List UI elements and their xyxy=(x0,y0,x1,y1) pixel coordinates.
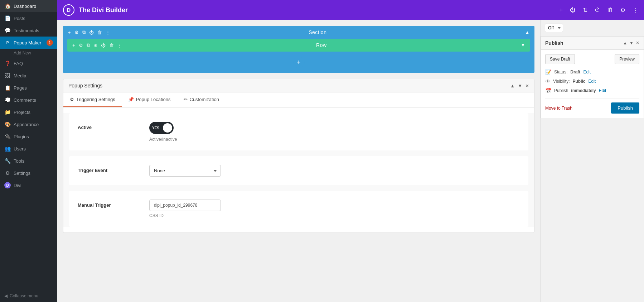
trigger-event-row: Trigger Event None Page Load Click Scrol… xyxy=(69,156,528,185)
section-collapse-icon[interactable]: ▲ xyxy=(525,30,529,35)
sidebar-item-projects[interactable]: 📁 Projects xyxy=(0,106,57,118)
tab-customization-label: Customization xyxy=(190,97,219,102)
sidebar-item-pages[interactable]: 📋 Pages xyxy=(0,82,57,94)
off-dropdown-area: Off On xyxy=(541,20,644,36)
status-edit-link[interactable]: Edit xyxy=(583,69,591,75)
main-area: D The Divi Builder + ⏻ ⇅ ⏱ 🗑 ⚙ ⋮ + ⚙ ⧉ xyxy=(57,0,644,302)
row-add-icon[interactable]: + xyxy=(72,43,75,48)
sidebar-item-label: Popup Maker xyxy=(14,40,41,45)
row-dots-icon[interactable]: ⋮ xyxy=(117,43,122,48)
projects-icon: 📁 xyxy=(4,109,11,115)
section-copy-icon[interactable]: ⧉ xyxy=(82,29,86,35)
section-power-icon[interactable]: ⏻ xyxy=(89,30,94,35)
sidebar-item-label: Appearance xyxy=(14,122,39,127)
toggle-wrapper: YES Active/Inactive xyxy=(149,122,520,142)
sidebar-item-testimonials[interactable]: 💬 Testimonials xyxy=(0,24,57,37)
section-dots-icon[interactable]: ⋮ xyxy=(106,30,110,35)
manual-trigger-label: Manual Trigger xyxy=(78,200,135,208)
popup-maker-badge: 1 xyxy=(47,39,53,46)
add-module-button[interactable]: + xyxy=(293,57,305,68)
history-icon[interactable]: ⏱ xyxy=(595,7,600,13)
settings-icon: ⚙ xyxy=(4,170,11,176)
row-power-icon[interactable]: ⏻ xyxy=(101,43,106,48)
customization-icon: ✏ xyxy=(184,97,188,102)
publish-when-edit-link[interactable]: Edit xyxy=(599,88,606,93)
sidebar-item-plugins[interactable]: 🔌 Plugins xyxy=(0,130,57,143)
tab-locations-label: Popup Locations xyxy=(136,97,171,102)
publish-down-icon[interactable]: ▼ xyxy=(629,40,634,45)
posts-icon: 📄 xyxy=(4,15,11,21)
locations-icon: 📌 xyxy=(128,97,134,102)
sidebar-item-posts[interactable]: 📄 Posts xyxy=(0,12,57,24)
sidebar-item-label: Testimonials xyxy=(14,28,39,33)
add-icon[interactable]: + xyxy=(560,7,563,13)
publish-label: Publish xyxy=(554,88,568,93)
dots-icon[interactable]: ⋮ xyxy=(633,7,638,14)
publish-up-icon[interactable]: ▲ xyxy=(623,40,627,45)
row-trash-icon[interactable]: 🗑 xyxy=(109,43,114,48)
active-toggle[interactable]: YES xyxy=(149,122,174,134)
manual-trigger-row: Manual Trigger CSS ID xyxy=(69,191,528,227)
publish-header: Publish ▲ ▼ ✕ xyxy=(541,37,644,50)
sidebar-item-appearance[interactable]: 🎨 Appearance xyxy=(0,118,57,130)
toggle-yes-label: YES xyxy=(152,126,159,130)
section-gear-icon[interactable]: ⚙ xyxy=(74,30,79,35)
sidebar-item-faq[interactable]: ❓ FAQ xyxy=(0,57,57,69)
ps-down-icon[interactable]: ▼ xyxy=(518,83,522,88)
status-row: 📝 Status: Draft Edit xyxy=(545,69,639,75)
row-columns-icon[interactable]: ⊞ xyxy=(93,43,97,48)
sidebar-item-divi[interactable]: D Divi xyxy=(0,179,57,191)
arrows-icon[interactable]: ⇅ xyxy=(583,7,587,14)
row-gear-icon[interactable]: ⚙ xyxy=(79,43,83,48)
visibility-edit-link[interactable]: Edit xyxy=(588,79,596,84)
sidebar-item-comments[interactable]: 💭 Comments xyxy=(0,94,57,106)
manual-trigger-input[interactable] xyxy=(149,200,221,211)
row-copy-icon[interactable]: ⧉ xyxy=(87,42,90,48)
active-setting-row: Active YES Active/Inactive xyxy=(69,113,528,150)
visibility-row: 👁 Visibility: Public Edit xyxy=(545,78,639,84)
gear-icon[interactable]: ⚙ xyxy=(620,7,625,14)
publish-button[interactable]: Publish xyxy=(611,102,639,114)
section-add-icon[interactable]: + xyxy=(68,30,71,35)
collapse-menu-label: Collapse menu xyxy=(10,293,38,298)
move-to-trash-link[interactable]: Move to Trash xyxy=(545,106,572,111)
row-collapse-icon[interactable]: ▼ xyxy=(521,43,525,48)
publish-header-icons: ▲ ▼ ✕ xyxy=(623,40,639,45)
sidebar-item-media[interactable]: 🖼 Media xyxy=(0,69,57,82)
sidebar-item-tools[interactable]: 🔧 Tools xyxy=(0,155,57,167)
media-icon: 🖼 xyxy=(4,72,11,79)
dashboard-icon: 🏠 xyxy=(4,3,11,9)
sidebar-item-label: Users xyxy=(14,146,26,152)
sidebar-sub-add-new[interactable]: Add New xyxy=(0,49,57,57)
toggle-knob xyxy=(163,123,172,133)
power-icon[interactable]: ⏻ xyxy=(570,7,576,13)
sidebar-item-settings[interactable]: ⚙ Settings xyxy=(0,167,57,179)
trigger-event-select[interactable]: None Page Load Click Scroll Exit Intent … xyxy=(149,165,221,177)
publish-widget: Publish ▲ ▼ ✕ Save Draft Preview 📝 xyxy=(541,36,644,118)
row-toolbar: + ⚙ ⧉ ⊞ ⏻ 🗑 ⋮ xyxy=(72,42,122,48)
preview-button[interactable]: Preview xyxy=(615,54,639,64)
trash-icon[interactable]: 🗑 xyxy=(607,7,613,13)
tab-triggering[interactable]: ⚙ Triggering Settings xyxy=(63,92,122,107)
publish-close-icon[interactable]: ✕ xyxy=(636,40,639,45)
tab-locations[interactable]: 📌 Popup Locations xyxy=(122,92,177,107)
section-trash-icon[interactable]: 🗑 xyxy=(97,30,102,35)
sidebar-item-popup-maker[interactable]: P Popup Maker 1 xyxy=(0,37,57,49)
tab-customization[interactable]: ✏ Customization xyxy=(177,92,226,107)
ps-close-icon[interactable]: ✕ xyxy=(525,83,529,88)
publish-when: immediately xyxy=(571,88,596,93)
sidebar-item-label: Dashboard xyxy=(14,4,37,9)
sidebar-item-label: Media xyxy=(14,73,26,78)
ps-up-icon[interactable]: ▲ xyxy=(510,83,515,88)
collapse-menu[interactable]: ◀ Collapse menu xyxy=(0,290,57,302)
toggle-hint: Active/Inactive xyxy=(149,137,177,142)
settings-tabs: ⚙ Triggering Settings 📌 Popup Locations … xyxy=(63,92,534,107)
section-block: + ⚙ ⧉ ⏻ 🗑 ⋮ Section ▲ + ⚙ xyxy=(63,26,534,73)
sidebar-item-users[interactable]: 👥 Users xyxy=(0,143,57,155)
publish-body: Save Draft Preview 📝 Status: Draft Edit … xyxy=(541,50,644,118)
off-select[interactable]: Off On xyxy=(545,24,563,32)
sidebar-item-label: Settings xyxy=(14,171,30,176)
save-draft-button[interactable]: Save Draft xyxy=(545,54,575,64)
sidebar-item-dashboard[interactable]: 🏠 Dashboard xyxy=(0,0,57,12)
trigger-event-control: None Page Load Click Scroll Exit Intent … xyxy=(149,165,520,177)
